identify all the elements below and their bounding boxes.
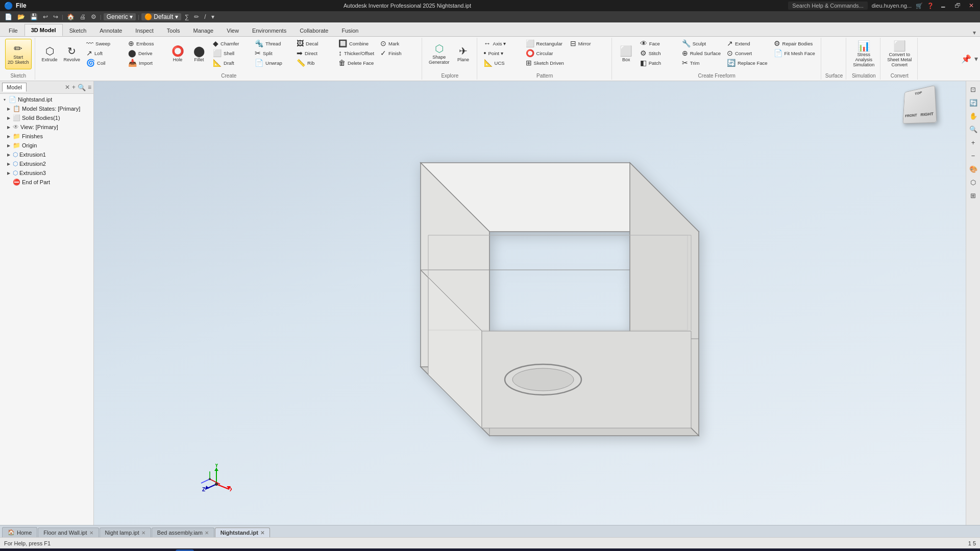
model-search-icon[interactable]: 🔍 — [78, 84, 86, 91]
decal-button[interactable]: 🖼Decal — [294, 39, 335, 48]
help-icon[interactable]: ❓ — [927, 3, 934, 9]
tree-toggle-ms[interactable]: ▶ — [6, 107, 11, 111]
viewport[interactable]: TOP FRONT RIGHT — [94, 81, 966, 525]
ribbon-pin[interactable]: 📌 — [958, 54, 974, 64]
tree-item-view[interactable]: ▶ 👁 View: [Primary] — [0, 122, 93, 132]
visual-style-button[interactable]: 🎨 — [967, 163, 979, 175]
view-fit-button[interactable]: ⊡ — [967, 83, 979, 95]
close-btn[interactable]: ✕ — [967, 2, 976, 9]
revolve-button[interactable]: ↻ Revolve — [61, 39, 83, 69]
convert-sheet-metal-button[interactable]: ⬜ Convert toSheet MetalConvert — [885, 39, 914, 69]
tree-item-nightstand[interactable]: ▾ 📄 Nightstand.ipt — [0, 95, 93, 104]
qa-print[interactable]: 🖨 — [78, 13, 87, 21]
appearance-button[interactable]: ⬡ — [967, 176, 979, 188]
generic-dropdown[interactable]: Generic ▾ — [104, 13, 136, 20]
deleteface-button[interactable]: 🗑Delete Face — [336, 58, 377, 67]
qa-open[interactable]: 📂 — [16, 13, 27, 21]
qa-save[interactable]: 💾 — [29, 13, 39, 21]
tab-view[interactable]: View — [220, 24, 246, 36]
start-2d-sketch-button[interactable]: ✏ Start2D Sketch — [5, 39, 32, 69]
tree-item-endofpart[interactable]: ⛔ End of Part — [0, 178, 93, 187]
model-add-icon[interactable]: + — [72, 84, 76, 91]
stitch-button[interactable]: ⚙Stitch — [638, 48, 678, 58]
bedassembly-tab-close[interactable]: ✕ — [205, 530, 209, 536]
tab-collaborate[interactable]: Collaborate — [293, 24, 335, 36]
tree-item-extrusion2[interactable]: ▶ ⬡ Extrusion2 — [0, 159, 93, 168]
tree-item-modelstates[interactable]: ▶ 📋 Model States: [Primary] — [0, 104, 93, 113]
qa-expand[interactable]: ▾ — [210, 13, 216, 21]
plane-button[interactable]: ✈ Plane — [453, 39, 474, 69]
mirror-button[interactable]: ⊟Mirror — [568, 39, 608, 48]
doc-tab-bedassembly[interactable]: Bed assembly.iam ✕ — [152, 528, 214, 537]
fit-mesh-face-button[interactable]: 📄Fit Mesh Face — [771, 48, 818, 58]
tab-inspect[interactable]: Inspect — [129, 24, 160, 36]
section-analysis-button[interactable]: ⊞ — [967, 189, 979, 202]
repair-bodies-button[interactable]: ⚙Repair Bodies — [771, 39, 818, 48]
tree-item-origin[interactable]: ▶ 📁 Origin — [0, 141, 93, 150]
derive-button[interactable]: ⬤Derive — [126, 48, 166, 58]
cart-icon[interactable]: 🛒 — [916, 3, 923, 9]
default-dropdown[interactable]: 🟠 Default ▾ — [141, 13, 181, 20]
ucs-button[interactable]: 📐UCS — [481, 58, 522, 67]
tree-toggle-o[interactable]: ▶ — [6, 143, 11, 148]
tab-sketch[interactable]: Sketch — [63, 24, 93, 36]
extend-button[interactable]: ↗Extend — [724, 39, 770, 48]
doc-tab-home[interactable]: 🏠 Home — [2, 527, 37, 537]
tab-environments[interactable]: Environments — [246, 24, 293, 36]
model-menu-icon[interactable]: ≡ — [88, 84, 91, 91]
convert-button[interactable]: ⊙Convert — [724, 48, 770, 58]
model-tab[interactable]: Model — [2, 83, 27, 92]
zoom-button[interactable]: 🔍 — [967, 123, 979, 135]
sketch-driven-button[interactable]: ⊞Sketch Driven — [523, 58, 567, 67]
coil-button[interactable]: 🌀Coil — [84, 58, 125, 67]
extrude-button[interactable]: ⬡ Extrude — [39, 39, 60, 69]
tab-3dmodel[interactable]: 3D Model — [24, 24, 63, 36]
thicken-button[interactable]: ↕Thicker/Offset — [336, 48, 377, 58]
unwrap-button[interactable]: 📄Unwrap — [252, 58, 293, 67]
tree-item-extrusion3[interactable]: ▶ ⬡ Extrusion3 — [0, 168, 93, 178]
combine-button[interactable]: 🔲Combine — [336, 39, 377, 48]
sculpt-button[interactable]: 🔧Sculpt — [679, 39, 723, 48]
qa-settings[interactable]: ⚙ — [89, 13, 98, 21]
minimize-btn[interactable]: 🗕 — [938, 2, 948, 9]
tree-toggle[interactable]: ▾ — [2, 97, 7, 102]
qa-undo[interactable]: ↩ — [41, 13, 50, 21]
tree-item-solidbodies[interactable]: ▶ ⬜ Solid Bodies(1) — [0, 113, 93, 122]
qa-home[interactable]: 🏠 — [65, 13, 76, 21]
file-menu[interactable]: File — [16, 2, 27, 9]
qa-new[interactable]: 📄 — [3, 13, 14, 21]
axis-button[interactable]: ↔Axis ▾ — [481, 39, 522, 48]
floor-tab-close[interactable]: ✕ — [89, 530, 93, 536]
fillet-button[interactable]: ⬤ Fillet — [189, 39, 209, 69]
ruled-surface-button[interactable]: ⊕Ruled Surface — [679, 48, 723, 58]
box-button[interactable]: ⬜ Box — [616, 39, 636, 69]
nightstand-tab-close[interactable]: ✕ — [260, 530, 264, 536]
draft-button[interactable]: 📐Draft — [210, 58, 251, 67]
qa-redo[interactable]: ↪ — [52, 13, 60, 21]
face-button[interactable]: 👁Face — [638, 39, 678, 48]
viewcube[interactable]: TOP FRONT RIGHT — [900, 87, 941, 128]
replace-face-button[interactable]: 🔄Replace Face — [724, 58, 770, 67]
direct-button[interactable]: ➡Direct — [294, 48, 335, 58]
mark-button[interactable]: ⊙Mark — [378, 39, 419, 48]
tree-toggle-f[interactable]: ▶ — [6, 134, 11, 139]
nightlamp-tab-close[interactable]: ✕ — [141, 530, 145, 536]
tree-item-extrusion1[interactable]: ▶ ⬡ Extrusion1 — [0, 150, 93, 159]
zoom-in-button[interactable]: + — [967, 136, 979, 148]
tab-tools[interactable]: Tools — [160, 24, 187, 36]
chamfer-button[interactable]: ◆Chamfer — [210, 39, 251, 48]
shape-generator-button[interactable]: ⬡ ShapeGenerator — [426, 39, 452, 69]
tree-toggle-sb[interactable]: ▶ — [6, 116, 11, 120]
point-button[interactable]: •Point ▾ — [481, 48, 522, 58]
model-close-icon[interactable]: ✕ — [65, 84, 70, 91]
stress-analysis-button[interactable]: 📊 StressAnalysisSimulation — [850, 39, 877, 69]
rib-button[interactable]: 📏Rib — [294, 58, 335, 67]
hole-button[interactable]: ⭕ Hole — [167, 39, 188, 69]
qa-formula[interactable]: ∑ — [183, 13, 191, 21]
split-button[interactable]: ✂Split — [252, 48, 293, 58]
thread-button[interactable]: 🔩Thread — [252, 39, 293, 48]
circular-button[interactable]: ⭕Circular — [523, 48, 567, 58]
tab-file[interactable]: File — [2, 24, 24, 36]
tab-annotate[interactable]: Annotate — [93, 24, 129, 36]
qa-pencil[interactable]: ✏ — [192, 13, 201, 21]
